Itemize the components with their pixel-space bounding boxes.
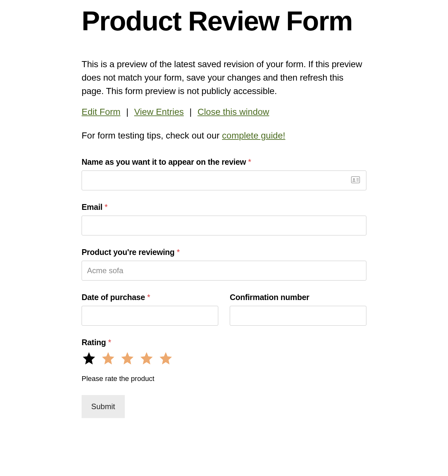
page-title: Product Review Form (82, 6, 366, 35)
product-label: Product you're reviewing * (82, 248, 366, 257)
view-entries-link[interactable]: View Entries (134, 107, 184, 117)
complete-guide-link[interactable]: complete guide! (222, 131, 285, 140)
date-label: Date of purchase * (82, 293, 218, 302)
star-icon[interactable] (158, 351, 173, 367)
separator: | (126, 107, 128, 117)
required-indicator: * (105, 202, 108, 211)
required-indicator: * (248, 157, 251, 166)
star-icon[interactable] (101, 351, 116, 367)
rating-stars (82, 351, 366, 367)
required-indicator: * (177, 248, 180, 257)
separator: | (189, 107, 192, 117)
submit-button[interactable]: Submit (82, 395, 125, 418)
star-icon[interactable] (139, 351, 154, 367)
required-indicator: * (147, 293, 150, 302)
rating-label: Rating * (82, 338, 366, 347)
star-icon[interactable] (120, 351, 135, 367)
star-icon[interactable] (82, 351, 96, 367)
admin-links: Edit Form | View Entries | Close this wi… (82, 107, 366, 117)
rating-help-text: Please rate the product (82, 375, 366, 383)
contact-card-icon (351, 176, 360, 185)
product-input[interactable] (82, 261, 366, 281)
svg-point-1 (353, 178, 355, 180)
close-window-link[interactable]: Close this window (197, 107, 269, 117)
name-label: Name as you want it to appear on the rev… (82, 157, 366, 167)
email-input[interactable] (82, 216, 366, 235)
email-label: Email * (82, 202, 366, 212)
name-input[interactable] (82, 171, 366, 190)
edit-form-link[interactable]: Edit Form (82, 107, 120, 117)
confirmation-label: Confirmation number (230, 293, 366, 302)
confirmation-input[interactable] (230, 306, 366, 326)
tips-text: For form testing tips, check out our com… (82, 131, 366, 141)
tips-prefix: For form testing tips, check out our (82, 131, 222, 140)
date-input[interactable] (82, 306, 218, 326)
required-indicator: * (108, 338, 111, 347)
intro-text: This is a preview of the latest saved re… (82, 58, 366, 98)
